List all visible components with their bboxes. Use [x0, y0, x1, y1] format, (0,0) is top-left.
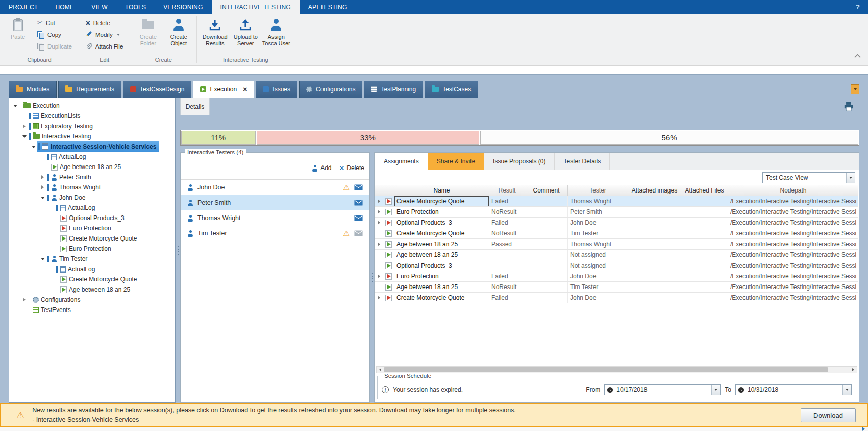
chevron-down-icon[interactable]: [846, 173, 855, 183]
menu-api-testing[interactable]: API TESTING: [300, 0, 356, 14]
header-tester[interactable]: Tester: [568, 185, 628, 196]
row-expander-icon[interactable]: [378, 210, 380, 214]
tree-item-actuallog[interactable]: ActualLog: [9, 264, 175, 274]
table-row[interactable]: Create Motorcycle Quote NoResult Tim Tes…: [375, 228, 858, 239]
collapse-ribbon-icon[interactable]: [854, 54, 861, 60]
tree-item-actuallog[interactable]: ActualLog: [9, 203, 175, 213]
tester-row-tim-tester[interactable]: Tim Tester: [181, 226, 369, 241]
row-expander-icon[interactable]: [378, 221, 380, 225]
tree-item-euro-protection[interactable]: Euro Protection: [9, 223, 175, 233]
modify-button[interactable]: Modify: [82, 29, 127, 40]
chevron-right-icon[interactable]: [862, 427, 865, 431]
expander-icon[interactable]: [40, 175, 45, 180]
tree-item-john-doe[interactable]: John Doe: [9, 193, 175, 203]
menu-versioning[interactable]: VERSIONING: [155, 0, 211, 14]
mail-gray-icon[interactable]: [354, 230, 363, 236]
menu-tools[interactable]: TOOLS: [116, 0, 155, 14]
cut-button[interactable]: Cut: [33, 17, 76, 28]
scrollbar-thumb[interactable]: [384, 367, 828, 372]
tab-requirements[interactable]: Requirements: [58, 81, 121, 98]
tree-item-testevents[interactable]: TestEvents: [9, 305, 175, 315]
header-result[interactable]: Result: [489, 185, 525, 196]
assign-tosca-user-button[interactable]: Assign Tosca User: [261, 15, 291, 48]
tab-share-and-invite[interactable]: Share & Invite: [428, 153, 484, 170]
tester-row-peter-smith[interactable]: Peter Smith: [181, 195, 369, 210]
tab-modules[interactable]: Modules: [9, 81, 57, 98]
mail-icon[interactable]: [354, 200, 363, 206]
tab-tester-details[interactable]: Tester Details: [555, 153, 610, 170]
tree-item-create-motorcycle-quote[interactable]: Create Motorcycle Quote: [9, 233, 175, 244]
row-expander-icon[interactable]: [378, 242, 380, 246]
tree-item-age-between-18-an-25[interactable]: Age between 18 an 25: [9, 162, 175, 172]
table-row[interactable]: Age between 18 an 25 NoResult Tim Tester…: [375, 282, 858, 293]
help-button[interactable]: ?: [848, 0, 868, 14]
tree-item-configurations[interactable]: Configurations: [9, 295, 175, 305]
delete-tester-button[interactable]: Delete: [340, 164, 364, 172]
tab-execution[interactable]: Execution: [193, 81, 254, 98]
expander-icon[interactable]: [12, 103, 18, 108]
table-row[interactable]: Create Motorcycle Quote Failed John Doe …: [375, 293, 858, 303]
tab-assignments[interactable]: Assignments: [375, 153, 428, 170]
test-case-view-select[interactable]: Test Case View: [762, 172, 855, 183]
table-row[interactable]: Age between 18 an 25 Not assigned /Execu…: [375, 250, 858, 260]
splitter-testers[interactable]: [370, 152, 374, 403]
chevron-down-icon[interactable]: [842, 385, 851, 395]
tree-item-age-between-18-an-25[interactable]: Age between 18 an 25: [9, 284, 175, 295]
print-button[interactable]: [842, 101, 855, 112]
upload-to-server-button[interactable]: Upload to Server: [230, 15, 261, 48]
tree-item-interactive-session-vehicle-services[interactable]: Interactive Session-Vehicle Services: [9, 141, 175, 152]
add-tester-button[interactable]: Add: [312, 164, 331, 172]
mail-icon[interactable]: [354, 184, 363, 190]
details-tab[interactable]: Details: [180, 98, 210, 115]
mail-icon[interactable]: [354, 215, 363, 221]
header-nodepath[interactable]: Nodepath: [728, 185, 858, 196]
header-attached-files[interactable]: Attached Files: [681, 185, 728, 196]
expander-icon[interactable]: [21, 124, 27, 129]
table-row[interactable]: Create Motorcycle Quote Failed Thomas Wr…: [375, 196, 858, 207]
row-expander-icon[interactable]: [378, 199, 380, 203]
tree-item-create-motorcycle-quote[interactable]: Create Motorcycle Quote: [9, 274, 175, 284]
tree-item-interactive-testing[interactable]: Interactive Testing: [9, 131, 175, 141]
table-row[interactable]: Optional Products_3 Not assigned /Execut…: [375, 260, 858, 271]
attach-file-button[interactable]: Attach File: [82, 41, 127, 52]
table-row[interactable]: Optional Products_3 Failed John Doe /Exe…: [375, 218, 858, 228]
download-results-button[interactable]: Download Results: [200, 15, 230, 48]
delete-button[interactable]: Delete: [82, 17, 127, 28]
expander-icon[interactable]: [40, 256, 45, 261]
copy-button[interactable]: Copy: [33, 29, 76, 40]
tab-overflow-button[interactable]: [851, 84, 859, 94]
download-button[interactable]: Download: [801, 408, 856, 422]
tree-item-euro-protection[interactable]: Euro Protection: [9, 244, 175, 254]
chevron-down-icon[interactable]: [711, 385, 720, 395]
tree-item-tim-tester[interactable]: Tim Tester: [9, 254, 175, 264]
tree-item-thomas-wright[interactable]: Thomas Wright: [9, 182, 175, 193]
to-date-picker[interactable]: 10/31/2018: [735, 384, 852, 395]
menu-home[interactable]: HOME: [46, 0, 83, 14]
tree-item-actuallog[interactable]: ActualLog: [9, 152, 175, 162]
horizontal-scrollbar[interactable]: [376, 366, 857, 373]
scroll-right-icon[interactable]: [850, 367, 857, 373]
tree-item-exploratory-testing[interactable]: Exploratory Testing: [9, 121, 175, 131]
tester-row-thomas-wright[interactable]: Thomas Wright: [181, 210, 369, 226]
row-expander-icon[interactable]: [378, 274, 380, 278]
tab-testcases[interactable]: TestCases: [425, 81, 478, 98]
tab-issue-proposals[interactable]: Issue Proposals (0): [484, 153, 555, 170]
header-name[interactable]: Name: [394, 185, 489, 196]
create-folder-button[interactable]: Create Folder: [133, 15, 163, 48]
scroll-left-icon[interactable]: [377, 367, 384, 373]
tab-configurations[interactable]: Configurations: [299, 81, 362, 98]
tester-row-john-doe[interactable]: John Doe: [181, 180, 369, 195]
create-object-button[interactable]: Create Object: [163, 15, 194, 48]
expander-icon[interactable]: [21, 297, 27, 302]
from-date-picker[interactable]: 10/17/2018: [604, 384, 721, 395]
header-attached-images[interactable]: Attached images: [628, 185, 681, 196]
tree-item-peter-smith[interactable]: Peter Smith: [9, 172, 175, 182]
tree-item-execution[interactable]: Execution: [9, 101, 175, 111]
table-row[interactable]: Age between 18 an 25 Passed Thomas Wrigh…: [375, 239, 858, 250]
table-row[interactable]: Euro Protection NoResult Peter Smith /Ex…: [375, 207, 858, 218]
close-tab-icon[interactable]: [243, 86, 247, 93]
tab-testcasedesign[interactable]: TestCaseDesign: [123, 81, 191, 98]
tree-item-executionlists[interactable]: ExecutionLists: [9, 111, 175, 121]
expander-icon[interactable]: [21, 134, 27, 139]
paste-button[interactable]: Paste: [3, 15, 33, 41]
